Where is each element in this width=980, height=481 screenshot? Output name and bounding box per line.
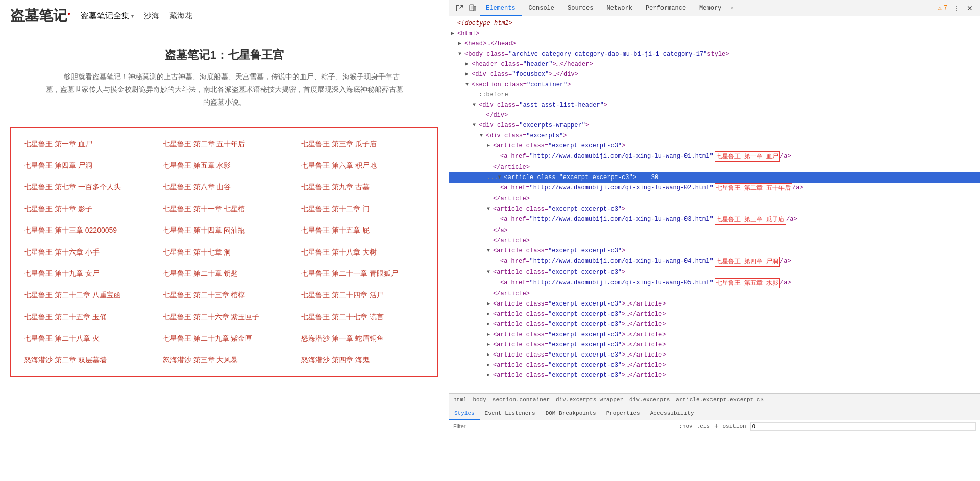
breadcrumb-item[interactable]: div.excerpts	[629, 397, 670, 403]
dom-tree[interactable]: <!doctype html><html><head>…</head><body…	[449, 16, 980, 393]
bottom-tab-event-listeners[interactable]: Event Listeners	[480, 406, 541, 420]
chapter-link[interactable]: 七星鲁王 第二十八章 火	[16, 327, 155, 349]
styles-cls-button[interactable]: .cls	[697, 423, 710, 429]
dom-line[interactable]: <article class="excerpt excerpt-c3">…</a…	[449, 319, 980, 330]
dom-line[interactable]: <article class="excerpt excerpt-c3">	[449, 267, 980, 277]
chapter-link[interactable]: 七星鲁王 第四章 尸洞	[16, 155, 155, 176]
chapter-link[interactable]: 七星鲁王 第七章 一百多个人头	[16, 176, 155, 197]
nav-shahai[interactable]: 沙海	[144, 11, 159, 21]
chapter-link[interactable]: 七星鲁王 第二章 五十年后	[155, 133, 294, 155]
dom-triangle[interactable]	[487, 320, 493, 329]
chapter-link[interactable]: 七星鲁王 第六章 积尸地	[293, 155, 432, 176]
dom-line[interactable]: <html>	[449, 29, 980, 39]
dom-triangle[interactable]	[473, 100, 479, 110]
chapter-link[interactable]: 七星鲁王 第十八章 大树	[293, 241, 432, 263]
tab-console[interactable]: Console	[523, 0, 560, 16]
devtools-inspect-button[interactable]	[453, 2, 465, 14]
chapter-link[interactable]: 怒海潜沙 第一章 蛇眉铜鱼	[293, 327, 432, 349]
chapter-link[interactable]: 七星鲁王 第二十五章 玉俑	[16, 306, 155, 327]
chapter-link[interactable]: 七星鲁王 第十二章 门	[293, 198, 432, 219]
chapter-link[interactable]: 七星鲁王 第九章 古墓	[293, 176, 432, 197]
dom-line[interactable]: <div class="asst asst-list-header">	[449, 100, 980, 110]
dom-line[interactable]: <a href= "http://www.daomubiji.com/qi-xi…	[449, 214, 980, 225]
dom-line[interactable]: <article class="excerpt excerpt-c3">…</a…	[449, 330, 980, 340]
breadcrumb-item[interactable]: body	[473, 397, 486, 403]
dom-line[interactable]: <div class="excerpts-wrapper">	[449, 120, 980, 131]
dom-line[interactable]: <article class="excerpt excerpt-c3">…</a…	[449, 370, 980, 381]
dom-triangle[interactable]	[465, 60, 472, 69]
dom-line[interactable]: <article class="excerpt excerpt-c3">	[449, 246, 980, 256]
bottom-tab-styles[interactable]: Styles	[449, 406, 480, 420]
chapter-link[interactable]: 七星鲁王 第八章 山谷	[155, 176, 294, 197]
dom-triangle[interactable]	[465, 80, 472, 89]
dom-triangle[interactable]	[487, 268, 493, 277]
dom-triangle[interactable]	[451, 29, 457, 38]
tab-sources[interactable]: Sources	[561, 0, 599, 16]
nav-full-collection[interactable]: 盗墓笔记全集 ▾	[81, 11, 134, 21]
bottom-tab-dom-breakpoints[interactable]: DOM Breakpoints	[541, 406, 601, 420]
bottom-tab-properties[interactable]: Properties	[601, 406, 645, 420]
dom-line[interactable]: <article class="excerpt excerpt-c3">…</a…	[449, 360, 980, 370]
dom-line[interactable]: <article class="excerpt excerpt-c3">…</a…	[449, 299, 980, 309]
dom-line[interactable]: <body class="archive category category-d…	[449, 49, 980, 59]
dom-triangle[interactable]	[487, 310, 493, 319]
dom-line[interactable]: <div class="focusbox">…</div>	[449, 69, 980, 80]
chapter-link[interactable]: 怒海潜沙 第三章 大风暴	[155, 349, 294, 370]
dom-line[interactable]: <article class="excerpt excerpt-c3">…</a…	[449, 350, 980, 360]
tab-network[interactable]: Network	[600, 0, 638, 16]
dom-line[interactable]: </article>	[449, 162, 980, 172]
dom-line[interactable]: <!doctype html>	[449, 18, 980, 29]
dom-line[interactable]: </a>	[449, 225, 980, 236]
chapter-link[interactable]: 七星鲁王 第十七章 洞	[155, 241, 294, 263]
chapter-link[interactable]: 七星鲁王 第一章 血尸	[16, 133, 155, 155]
chapter-link[interactable]: 七星鲁王 第十五章 屁	[293, 219, 432, 241]
styles-hov-button[interactable]: :hov	[679, 423, 692, 429]
dom-line[interactable]: <article class="excerpt excerpt-c3">	[449, 204, 980, 214]
chapter-link[interactable]: 七星鲁王 第五章 水影	[155, 155, 294, 176]
dom-line[interactable]: <section class="container">	[449, 80, 980, 90]
dom-line[interactable]: <header class="header">…</header>	[449, 59, 980, 69]
chapter-link[interactable]: 七星鲁王 第十四章 闷油瓶	[155, 219, 294, 241]
dom-triangle[interactable]	[487, 361, 493, 370]
chapter-link[interactable]: 七星鲁王 第二十三章 棺椁	[155, 284, 294, 306]
dom-triangle[interactable]	[465, 70, 472, 79]
dom-line[interactable]: <a href= "http://www.daomubiji.com/qi-xi…	[449, 256, 980, 267]
chapter-link[interactable]: 七星鲁王 第十九章 女尸	[16, 263, 155, 284]
dom-line[interactable]: </article>	[449, 194, 980, 204]
more-tabs-button[interactable]: »	[730, 5, 734, 11]
chapter-link[interactable]: 七星鲁王 第三章 瓜子庙	[293, 133, 432, 155]
styles-filter-input[interactable]	[453, 423, 675, 429]
dom-line[interactable]: <a href= "http://www.daomubiji.com/qi-xi…	[449, 151, 980, 162]
chapter-link[interactable]: 七星鲁王 第十章 影子	[16, 198, 155, 219]
chapter-link[interactable]: 七星鲁王 第十一章 七星棺	[155, 198, 294, 219]
chapter-link[interactable]: 七星鲁王 第二十七章 谎言	[293, 306, 432, 327]
tab-elements[interactable]: Elements	[480, 0, 522, 16]
breadcrumb-item[interactable]: div.excerpts-wrapper	[556, 397, 623, 403]
dom-triangle[interactable]	[487, 330, 493, 339]
dom-triangle[interactable]	[487, 299, 493, 309]
dom-line[interactable]: <article class="excerpt excerpt-c3">…</a…	[449, 340, 980, 350]
dom-line[interactable]: <article class="excerpt excerpt-c3">	[449, 141, 980, 151]
dom-triangle[interactable]	[487, 205, 493, 214]
chapter-link[interactable]: 七星鲁王 第十六章 小手	[16, 241, 155, 263]
styles-position-input[interactable]	[750, 422, 976, 431]
nav-zanghaihua[interactable]: 藏海花	[169, 11, 192, 21]
chapter-link[interactable]: 七星鲁王 第二十九章 紫金匣	[155, 327, 294, 349]
bottom-tab-accessibility[interactable]: Accessibility	[645, 406, 699, 420]
dom-triangle[interactable]	[458, 39, 464, 48]
dom-triangle[interactable]	[473, 121, 479, 130]
dom-triangle[interactable]	[487, 371, 493, 380]
devtools-settings-button[interactable]: ⋮	[950, 2, 963, 14]
dom-triangle[interactable]	[458, 49, 464, 59]
chapter-link[interactable]: 七星鲁王 第二十四章 活尸	[293, 284, 432, 306]
dom-line[interactable]: <a href= "http://www.daomubiji.com/qi-xi…	[449, 277, 980, 289]
dom-line[interactable]: <a href= "http://www.daomubiji.com/qi-xi…	[449, 183, 980, 194]
styles-plus-button[interactable]: +	[714, 422, 718, 431]
dom-line[interactable]: <article class="excerpt excerpt-c3">…</a…	[449, 309, 980, 319]
breadcrumb-item[interactable]: article.excerpt.excerpt-c3	[676, 397, 764, 403]
dom-line[interactable]: </article>	[449, 289, 980, 299]
dom-triangle[interactable]	[487, 350, 493, 360]
chapter-link[interactable]: 七星鲁王 第十三章 02200059	[16, 219, 155, 241]
chapter-link[interactable]: 七星鲁王 第二十章 钥匙	[155, 263, 294, 284]
tab-memory[interactable]: Memory	[693, 0, 727, 16]
